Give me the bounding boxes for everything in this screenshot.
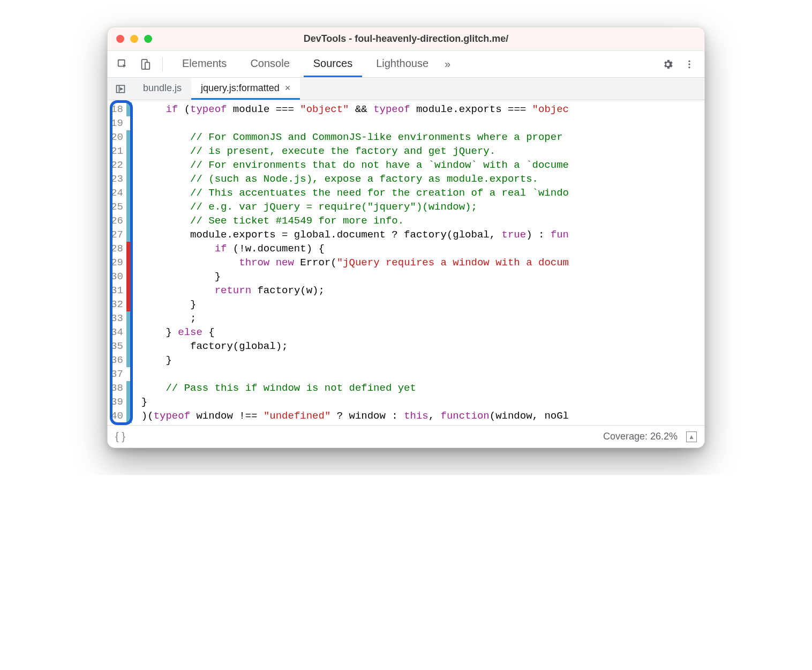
- line-number[interactable]: 20: [111, 130, 125, 144]
- coverage-status: Coverage: 26.2%: [603, 431, 678, 442]
- panel-tab-elements[interactable]: Elements: [172, 51, 236, 77]
- line-number[interactable]: 33: [111, 311, 125, 325]
- svg-point-5: [688, 66, 690, 68]
- code-line[interactable]: }: [141, 395, 569, 409]
- code-line[interactable]: throw new Error("jQuery requires a windo…: [141, 256, 569, 270]
- coverage-marker: [126, 367, 132, 381]
- line-numbers: 1819202122232425262728293031323334353637…: [108, 100, 126, 425]
- settings-icon[interactable]: [658, 55, 678, 74]
- line-number[interactable]: 34: [111, 325, 125, 339]
- show-drawer-icon[interactable]: ▲: [686, 431, 697, 442]
- file-tab-label: bundle.js: [143, 83, 182, 94]
- code-line[interactable]: // This accentuates the need for the cre…: [141, 186, 569, 200]
- coverage-marker: [126, 353, 132, 367]
- panel-tab-lighthouse[interactable]: Lighthouse: [366, 51, 438, 77]
- pretty-print-icon[interactable]: { }: [115, 430, 125, 443]
- window-title: DevTools - foul-heavenly-direction.glitc…: [304, 33, 509, 44]
- coverage-marker: [126, 311, 132, 325]
- line-number[interactable]: 36: [111, 353, 125, 367]
- line-number[interactable]: 26: [111, 214, 125, 228]
- coverage-marker: [126, 256, 132, 270]
- close-window-button[interactable]: [116, 35, 124, 43]
- file-tab-bar: bundle.jsjquery.js:formatted×: [108, 78, 704, 100]
- coverage-marker: [126, 228, 132, 242]
- panel-tab-console[interactable]: Console: [240, 51, 299, 77]
- code-line[interactable]: // (such as Node.js), expose a factory a…: [141, 172, 569, 186]
- more-tabs-button[interactable]: »: [438, 58, 457, 70]
- line-number[interactable]: 28: [111, 242, 125, 256]
- code-line[interactable]: return factory(w);: [141, 284, 569, 297]
- maximize-window-button[interactable]: [144, 35, 152, 43]
- code-line[interactable]: }: [141, 270, 569, 284]
- coverage-marker: [126, 270, 132, 284]
- line-number[interactable]: 38: [111, 381, 125, 395]
- coverage-marker: [126, 214, 132, 228]
- line-number[interactable]: 32: [111, 297, 125, 311]
- code-line[interactable]: module.exports = global.document ? facto…: [141, 228, 569, 242]
- line-number[interactable]: 37: [111, 367, 125, 381]
- coverage-marker: [126, 116, 132, 130]
- close-tab-icon[interactable]: ×: [285, 83, 291, 94]
- code-line[interactable]: } else {: [141, 325, 569, 339]
- code-line[interactable]: // Pass this if window is not defined ye…: [141, 381, 569, 395]
- toolbar-divider: [162, 57, 163, 72]
- code-line[interactable]: // For CommonJS and CommonJS-like enviro…: [141, 130, 569, 144]
- traffic-lights: [116, 35, 152, 43]
- coverage-marker: [126, 186, 132, 200]
- code-content[interactable]: if (typeof module === "object" && typeof…: [132, 100, 569, 425]
- coverage-marker: [126, 200, 132, 214]
- line-number[interactable]: 23: [111, 172, 125, 186]
- coverage-marker: [126, 395, 132, 409]
- coverage-marker: [126, 339, 132, 353]
- line-number[interactable]: 24: [111, 186, 125, 200]
- code-line[interactable]: ;: [141, 311, 569, 325]
- line-number[interactable]: 18: [111, 102, 125, 116]
- code-line[interactable]: // e.g. var jQuery = require("jquery")(w…: [141, 200, 569, 214]
- code-line[interactable]: }: [141, 353, 569, 367]
- line-number[interactable]: 30: [111, 270, 125, 284]
- file-tab-label: jquery.js:formatted: [201, 83, 280, 94]
- coverage-marker: [126, 242, 132, 256]
- line-number[interactable]: 29: [111, 256, 125, 270]
- coverage-marker: [126, 130, 132, 144]
- line-number[interactable]: 35: [111, 339, 125, 353]
- code-line[interactable]: // For environments that do not have a `…: [141, 158, 569, 172]
- svg-point-3: [688, 60, 690, 62]
- navigator-toggle-icon[interactable]: [108, 78, 133, 100]
- line-number[interactable]: 31: [111, 284, 125, 297]
- code-line[interactable]: // is present, execute the factory and g…: [141, 144, 569, 158]
- panel-tab-sources[interactable]: Sources: [304, 51, 362, 77]
- coverage-marker: [126, 409, 132, 423]
- minimize-window-button[interactable]: [130, 35, 138, 43]
- line-number[interactable]: 25: [111, 200, 125, 214]
- code-line[interactable]: [141, 116, 569, 130]
- device-toggle-icon[interactable]: [136, 55, 155, 74]
- code-line[interactable]: [141, 367, 569, 381]
- coverage-marker: [126, 284, 132, 297]
- line-number[interactable]: 40: [111, 409, 125, 423]
- inspect-element-icon[interactable]: [113, 55, 132, 74]
- coverage-marker: [126, 297, 132, 311]
- line-number[interactable]: 21: [111, 144, 125, 158]
- line-number[interactable]: 27: [111, 228, 125, 242]
- line-number[interactable]: 39: [111, 395, 125, 409]
- file-tab[interactable]: jquery.js:formatted×: [191, 78, 300, 100]
- code-line[interactable]: // See ticket #14549 for more info.: [141, 214, 569, 228]
- coverage-marker: [126, 102, 132, 116]
- line-number[interactable]: 19: [111, 116, 125, 130]
- devtools-window: DevTools - foul-heavenly-direction.glitc…: [107, 27, 705, 448]
- code-line[interactable]: factory(global);: [141, 339, 569, 353]
- kebab-menu-icon[interactable]: [680, 55, 699, 74]
- file-tab[interactable]: bundle.js: [133, 78, 191, 100]
- panel-tabs: ElementsConsoleSourcesLighthouse: [172, 51, 438, 77]
- code-line[interactable]: if (!w.document) {: [141, 242, 569, 256]
- main-toolbar: ElementsConsoleSourcesLighthouse »: [108, 51, 704, 78]
- coverage-marker: [126, 325, 132, 339]
- code-line[interactable]: if (typeof module === "object" && typeof…: [141, 102, 569, 116]
- svg-rect-2: [145, 62, 149, 69]
- line-number[interactable]: 22: [111, 158, 125, 172]
- code-line[interactable]: }: [141, 297, 569, 311]
- code-line[interactable]: )(typeof window !== "undefined" ? window…: [141, 409, 569, 423]
- titlebar: DevTools - foul-heavenly-direction.glitc…: [108, 27, 704, 51]
- source-editor[interactable]: 1819202122232425262728293031323334353637…: [108, 100, 704, 425]
